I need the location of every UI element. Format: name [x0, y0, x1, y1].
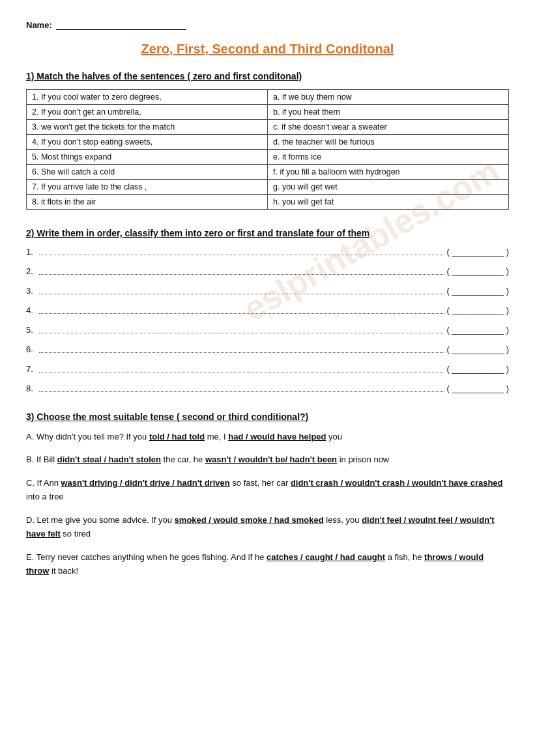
- line-number: 4.: [26, 305, 38, 315]
- match-right-cell: e. it forms ice: [268, 150, 509, 165]
- choice1: wasn't driving / didn't drive / hadn't d…: [61, 478, 229, 488]
- bracket-space: ( ___________ ): [447, 247, 509, 257]
- table-row: 2. If you don't get an umbrella,b. if yo…: [27, 105, 509, 120]
- write-line[interactable]: [39, 324, 444, 333]
- write-line[interactable]: [39, 305, 444, 314]
- match-right-cell: g. you will get wet: [268, 180, 509, 195]
- line-number: 8.: [26, 384, 38, 393]
- text-mid: me, I: [205, 432, 228, 441]
- exercise-item: D. Let me give you some advice. If you s…: [26, 513, 509, 541]
- table-row: 5. Most things expande. it forms ice: [27, 150, 509, 165]
- name-line: Name:: [26, 20, 509, 30]
- dotted-line-item: 4.( ___________ ): [26, 305, 509, 315]
- table-row: 7. If you arrive late to the class ,g. y…: [27, 180, 509, 195]
- line-number: 7.: [26, 364, 38, 374]
- section3: 3) Choose the most suitable tense ( seco…: [26, 412, 509, 578]
- line-number: 2.: [26, 266, 38, 276]
- write-line[interactable]: [39, 246, 444, 255]
- name-field[interactable]: [56, 20, 186, 30]
- text-mid: the car, he: [161, 455, 205, 464]
- text-before: D. Let me give you some advice. If you: [26, 515, 175, 525]
- page-title: Zero, First, Second and Third Conditonal: [26, 42, 509, 57]
- match-left-cell: 4. If you don't stop eating sweets,: [27, 135, 268, 150]
- text-end: in prison now: [337, 455, 389, 464]
- line-number: 5.: [26, 325, 38, 335]
- dotted-line-item: 7.( ___________ ): [26, 363, 509, 374]
- text-before: A. Why didn't you tell me? If you: [26, 432, 149, 441]
- section2: 2) Write them in order, classify them in…: [26, 228, 509, 393]
- match-right-cell: a. if we buy them now: [268, 90, 509, 105]
- bracket-space: ( ___________ ): [447, 266, 509, 276]
- bracket-space: ( ___________ ): [447, 325, 509, 335]
- text-end: you: [326, 432, 343, 441]
- line-number: 3.: [26, 286, 38, 296]
- table-row: 8. it flots in the airh. you will get fa…: [27, 195, 509, 210]
- exercise-item: E. Terry never catches anything when he …: [26, 550, 509, 578]
- match-left-cell: 1. If you cool water to zero degrees,: [27, 90, 268, 105]
- text-before: B. If Bill: [26, 455, 57, 464]
- dotted-line-item: 2.( ___________ ): [26, 266, 509, 276]
- match-left-cell: 5. Most things expand: [27, 150, 268, 165]
- choice2: wasn't / wouldn't be/ hadn't been: [205, 455, 337, 464]
- bracket-space: ( ___________ ): [447, 286, 509, 296]
- dotted-line-item: 3.( ___________ ): [26, 285, 509, 296]
- dotted-line-item: 1.( ___________ ): [26, 246, 509, 257]
- match-left-cell: 3. we won't get the tickets for the matc…: [27, 120, 268, 135]
- bracket-space: ( ___________ ): [447, 384, 509, 393]
- section3-heading: 3) Choose the most suitable tense ( seco…: [26, 412, 509, 422]
- match-left-cell: 8. it flots in the air: [27, 195, 268, 210]
- choice2: didn't crash / wouldn't crash / wouldn't…: [291, 478, 503, 488]
- exercise-item: C. If Ann wasn't driving / didn't drive …: [26, 476, 509, 504]
- text-end: it back!: [49, 566, 78, 576]
- match-right-cell: b. if you heat them: [268, 105, 509, 120]
- match-right-cell: d. the teacher will be furious: [268, 135, 509, 150]
- text-mid: a fish, he: [385, 552, 424, 562]
- table-row: 4. If you don't stop eating sweets,d. th…: [27, 135, 509, 150]
- text-end: so tired: [61, 529, 91, 539]
- section1-heading: 1) Match the halves of the sentences ( z…: [26, 71, 509, 81]
- table-row: 3. we won't get the tickets for the matc…: [27, 120, 509, 135]
- write-line[interactable]: [39, 383, 444, 392]
- text-before: C. If Ann: [26, 478, 61, 488]
- table-row: 6. She will catch a coldf. if you fill a…: [27, 165, 509, 180]
- match-right-cell: h. you will get fat: [268, 195, 509, 210]
- bracket-space: ( ___________ ): [447, 344, 509, 354]
- table-row: 1. If you cool water to zero degrees,a. …: [27, 90, 509, 105]
- write-line[interactable]: [39, 285, 444, 294]
- match-left-cell: 6. She will catch a cold: [27, 165, 268, 180]
- name-label: Name:: [26, 20, 52, 30]
- text-end: into a tree: [26, 492, 64, 501]
- section1: 1) Match the halves of the sentences ( z…: [26, 71, 509, 210]
- choice1: smoked / would smoke / had smoked: [175, 515, 324, 525]
- dotted-line-item: 5.( ___________ ): [26, 324, 509, 335]
- dotted-line-item: 8.( ___________ ): [26, 383, 509, 393]
- match-left-cell: 2. If you don't get an umbrella,: [27, 105, 268, 120]
- text-before: E. Terry never catches anything when he …: [26, 552, 267, 562]
- choice2: had / would have helped: [228, 432, 326, 441]
- exercise-item: B. If Bill didn't steal / hadn't stolen …: [26, 453, 509, 466]
- dotted-line-item: 6.( ___________ ): [26, 344, 509, 354]
- write-line[interactable]: [39, 344, 444, 353]
- section2-heading: 2) Write them in order, classify them in…: [26, 228, 509, 238]
- text-mid: less, you: [324, 515, 362, 525]
- match-left-cell: 7. If you arrive late to the class ,: [27, 180, 268, 195]
- match-right-cell: c. if she doesn't wear a sweater: [268, 120, 509, 135]
- bracket-space: ( ___________ ): [447, 305, 509, 315]
- exercise-item: A. Why didn't you tell me? If you told /…: [26, 430, 509, 443]
- choice1: told / had told: [149, 432, 205, 441]
- line-number: 6.: [26, 344, 38, 354]
- bracket-space: ( ___________ ): [447, 364, 509, 374]
- match-right-cell: f. if you fill a balloom with hydrogen: [268, 165, 509, 180]
- line-number: 1.: [26, 247, 38, 257]
- choice1: catches / caught / had caught: [267, 552, 385, 562]
- text-mid: so fast, her car: [230, 478, 291, 488]
- write-line[interactable]: [39, 266, 444, 275]
- write-line[interactable]: [39, 363, 444, 372]
- choice1: didn't steal / hadn't stolen: [57, 455, 161, 464]
- match-table: 1. If you cool water to zero degrees,a. …: [26, 89, 509, 210]
